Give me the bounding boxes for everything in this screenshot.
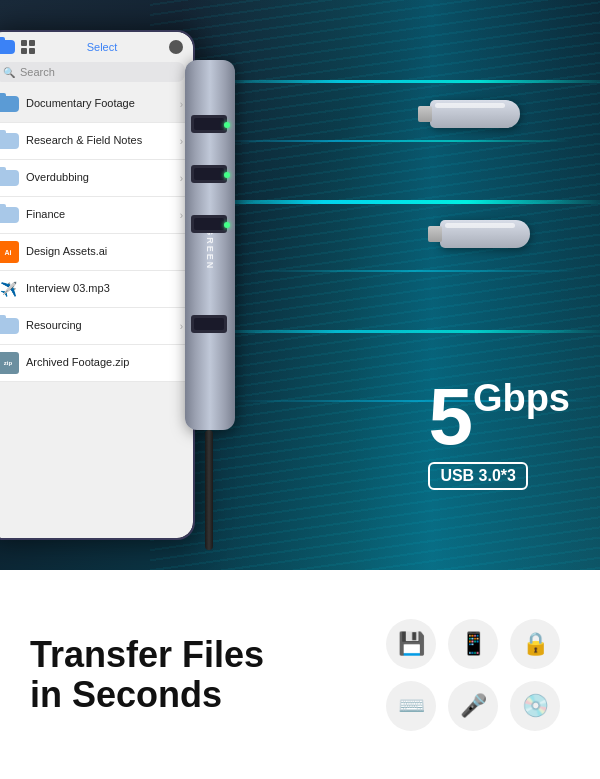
search-bar[interactable]: 🔍 Search	[0, 62, 185, 82]
drive-highlight-1	[435, 103, 505, 108]
list-item[interactable]: Finance ›	[0, 197, 193, 234]
usb-drive-1	[430, 100, 520, 128]
ai-icon: Ai	[0, 241, 19, 263]
list-item[interactable]: Research & Field Notes ›	[0, 123, 193, 160]
file-name-4: Finance	[26, 208, 180, 221]
speed-badge: USB 3.0*3	[428, 462, 528, 490]
file-name-5: Design Assets.ai	[26, 245, 183, 258]
streak-3	[180, 200, 600, 204]
streak-1	[200, 80, 600, 83]
speed-unit: Gbps	[473, 377, 570, 419]
select-button[interactable]: Select	[87, 41, 118, 53]
file-name-8: Archived Footage.zip	[26, 356, 183, 369]
chevron-icon-3: ›	[180, 173, 183, 184]
list-item[interactable]: ✈️ Interview 03.mp3	[0, 271, 193, 308]
mic-icon	[169, 40, 183, 54]
chevron-icon-1: ›	[180, 99, 183, 110]
transfer-headline: Transfer Files in Seconds	[30, 635, 356, 714]
hub-port-3	[191, 215, 227, 233]
chevron-icon-4: ›	[180, 210, 183, 221]
mp3-icon: ✈️	[0, 278, 19, 300]
hub-body: UGREEN	[185, 60, 235, 430]
device-icon-lock: 🔒	[510, 619, 560, 669]
folder-icon-4	[0, 204, 19, 226]
folder-icon-5	[0, 315, 19, 337]
zip-icon: zip	[0, 352, 19, 374]
streak-2	[220, 140, 570, 142]
list-item[interactable]: Ai Design Assets.ai	[0, 234, 193, 271]
file-name-3: Overdubbing	[26, 171, 180, 184]
device-icon-disk: 💿	[510, 681, 560, 731]
search-icon: 🔍	[3, 67, 15, 78]
speed-section: 5Gbps USB 3.0*3	[428, 377, 570, 490]
drive-highlight-2	[445, 223, 515, 228]
search-placeholder-text: Search	[20, 66, 55, 78]
drive-connector-2	[428, 226, 442, 242]
streak-4	[250, 270, 580, 272]
file-name-1: Documentary Footage	[26, 97, 180, 110]
chevron-icon-5: ›	[180, 321, 183, 332]
device-icon-usb: 💾	[386, 619, 436, 669]
device-icon-phone: 📱	[448, 619, 498, 669]
bottom-section: Transfer Files in Seconds 💾 📱 🔒 ⌨️ 🎤 💿	[0, 570, 600, 779]
hub-port-2	[191, 165, 227, 183]
usb-drive-2	[440, 220, 530, 248]
tablet-screen: Select 🔍 Search Documentary Footage ›	[0, 32, 193, 538]
tablet-topbar: Select	[0, 32, 193, 58]
bottom-left: Transfer Files in Seconds	[30, 635, 356, 714]
device-icons-grid: 💾 📱 🔒 ⌨️ 🎤 💿	[376, 609, 570, 741]
folder-icon-3	[0, 167, 19, 189]
list-item[interactable]: zip Archived Footage.zip	[0, 345, 193, 382]
hub-port-1	[191, 115, 227, 133]
transfer-line1: Transfer Files	[30, 635, 356, 675]
hub-port-4	[191, 315, 227, 333]
grid-view-icon[interactable]	[21, 40, 35, 54]
hub-led-1	[224, 122, 230, 128]
chevron-icon-2: ›	[180, 136, 183, 147]
file-name-6: Interview 03.mp3	[26, 282, 183, 295]
file-name-7: Resourcing	[26, 319, 180, 332]
folder-icon	[0, 40, 15, 54]
tablet-device: Select 🔍 Search Documentary Footage ›	[0, 30, 195, 540]
file-list: Documentary Footage › Research & Field N…	[0, 86, 193, 382]
topbar-left	[0, 40, 35, 54]
file-name-2: Research & Field Notes	[26, 134, 180, 147]
list-item[interactable]: Resourcing ›	[0, 308, 193, 345]
drive-body-2	[440, 220, 530, 248]
hub-led-2	[224, 172, 230, 178]
usb-hub: UGREEN	[185, 60, 243, 500]
hub-led-3	[224, 222, 230, 228]
transfer-line2: in Seconds	[30, 675, 356, 715]
device-icon-mic: 🎤	[448, 681, 498, 731]
streak-5	[200, 330, 600, 333]
list-item[interactable]: Overdubbing ›	[0, 160, 193, 197]
hub-cable	[205, 430, 213, 550]
speed-display: 5Gbps	[428, 377, 570, 457]
drive-body-1	[430, 100, 520, 128]
folder-icon-2	[0, 130, 19, 152]
speed-number: 5	[428, 377, 473, 457]
top-section: Select 🔍 Search Documentary Footage ›	[0, 0, 600, 570]
device-icon-keyboard: ⌨️	[386, 681, 436, 731]
list-item[interactable]: Documentary Footage ›	[0, 86, 193, 123]
drive-connector-1	[418, 106, 432, 122]
folder-icon-1	[0, 93, 19, 115]
